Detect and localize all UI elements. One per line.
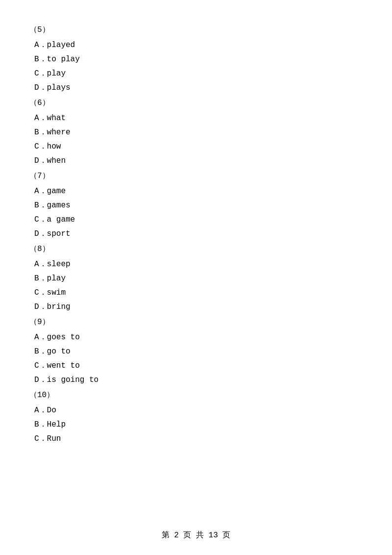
footer-text: 第 2 页 共 13 页 (162, 531, 231, 540)
page-content: （5）A．playedB．to playC．playD．plays（6）A．wh… (0, 0, 392, 477)
question-number-5: （5） (29, 25, 363, 35)
option-9-3: D．is going to (29, 375, 363, 385)
option-10-2: C．Run (29, 433, 363, 444)
option-6-3: D．when (29, 155, 363, 166)
page-footer: 第 2 页 共 13 页 (0, 530, 392, 540)
option-6-2: C．how (29, 141, 363, 151)
option-7-1: B．games (29, 200, 363, 210)
option-8-2: C．swim (29, 287, 363, 298)
question-number-9: （9） (29, 317, 363, 327)
option-6-0: A．what (29, 113, 363, 123)
option-8-1: B．play (29, 273, 363, 283)
question-number-10: （10） (29, 390, 363, 400)
option-9-0: A．goes to (29, 332, 363, 342)
option-8-0: A．sleep (29, 259, 363, 269)
question-number-6: （6） (29, 98, 363, 108)
option-7-0: A．game (29, 186, 363, 196)
option-7-2: C．a game (29, 214, 363, 225)
option-5-2: C．play (29, 68, 363, 78)
option-8-3: D．bring (29, 302, 363, 312)
option-10-0: A．Do (29, 405, 363, 415)
option-10-1: B．Help (29, 419, 363, 429)
option-5-0: A．played (29, 40, 363, 50)
question-number-8: （8） (29, 244, 363, 254)
option-7-3: D．sport (29, 228, 363, 239)
question-number-7: （7） (29, 171, 363, 181)
option-9-2: C．went to (29, 360, 363, 371)
option-5-1: B．to play (29, 54, 363, 64)
option-6-1: B．where (29, 127, 363, 137)
option-5-3: D．plays (29, 82, 363, 93)
option-9-1: B．go to (29, 346, 363, 356)
